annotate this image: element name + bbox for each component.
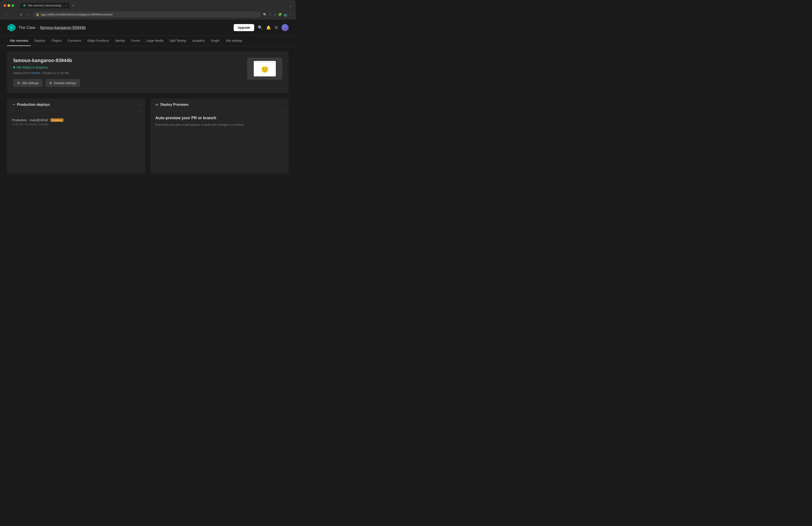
gear-icon: ⚙ bbox=[17, 81, 20, 85]
more-toolbar-button[interactable]: ⋮ bbox=[289, 13, 292, 16]
breadcrumb-separator: › bbox=[37, 25, 39, 30]
auto-preview-content: Auto-preview your PR or branch Every tim… bbox=[150, 111, 289, 132]
production-deploys-title: ⇢ Production deploys bbox=[12, 102, 50, 106]
nav-tabs: Site overview Deploys Plugins Functions … bbox=[0, 36, 296, 46]
netlify-logo-icon[interactable] bbox=[7, 23, 16, 32]
tab-functions[interactable]: Functions bbox=[65, 36, 84, 46]
site-id-heading: famous-kangaroo-93944b bbox=[13, 58, 80, 63]
tab-site-overview[interactable]: Site overview bbox=[7, 36, 31, 46]
tab-large-media[interactable]: Large Media bbox=[144, 36, 166, 46]
settings-icon[interactable]: ⚙ bbox=[275, 25, 278, 30]
tab-deploys[interactable]: Deploys bbox=[31, 36, 48, 46]
bookmark-button[interactable]: ☆ bbox=[26, 12, 31, 17]
deploy-time: 11:06 AM bbox=[12, 123, 23, 126]
tab-overflow-button[interactable]: ⌄ bbox=[289, 3, 292, 8]
domain-settings-label: Domain settings bbox=[54, 81, 76, 85]
tab-title: Site overview | famous-kang… bbox=[28, 4, 64, 7]
url-bar[interactable]: 🔒 app.netlify.com/sites/famous-kangaroo-… bbox=[33, 12, 261, 17]
warning-toolbar-icon: ⚠ bbox=[273, 13, 276, 16]
current-site-name[interactable]: famous-kangaroo-93944b bbox=[40, 25, 86, 30]
logo-area: The Claw › famous-kangaroo-93944b bbox=[7, 23, 86, 32]
tab-identity[interactable]: Identity bbox=[113, 36, 128, 46]
netlify-favicon-icon bbox=[23, 4, 26, 7]
address-bar: ← → ↻ ☆ 🔒 app.netlify.com/sites/famous-k… bbox=[0, 10, 296, 20]
tab-bar: Site overview | famous-kang… × + bbox=[17, 3, 287, 9]
deploy-previews-title: ⇄ Deploy Previews bbox=[155, 102, 188, 106]
deploy-item[interactable]: Production: main@HEAD Building 11:06 AM … bbox=[12, 116, 140, 129]
user-avatar[interactable] bbox=[281, 24, 289, 31]
tab-close-button[interactable]: × bbox=[66, 4, 67, 7]
site-settings-label: Site settings bbox=[22, 81, 39, 85]
domain-icon: ⚙ bbox=[49, 81, 52, 85]
deploy-branch-label: Production: bbox=[12, 118, 28, 122]
svg-marker-0 bbox=[23, 4, 26, 7]
site-card: famous-kangaroo-93944b Site deploy in pr… bbox=[7, 52, 289, 93]
minimize-window-button[interactable] bbox=[8, 4, 10, 7]
github-link[interactable]: GitHub bbox=[31, 71, 40, 75]
browser-tab-active[interactable]: Site overview | famous-kang… × bbox=[20, 3, 70, 9]
deploy-meta-prefix: Deploys from bbox=[13, 71, 30, 75]
auto-preview-title: Auto-preview your PR or branch bbox=[155, 116, 284, 120]
cast-toolbar-icon[interactable]: 📺 bbox=[284, 13, 287, 16]
two-column-layout: ⇢ Production deploys › Production: main@… bbox=[7, 99, 289, 173]
search-toolbar-icon[interactable]: 🔍 bbox=[263, 13, 267, 16]
traffic-lights bbox=[3, 4, 14, 7]
deploy-meta: Deploys from GitHub . Created at 11:06 A… bbox=[13, 71, 80, 75]
production-deploys-content: Production: main@HEAD Building 11:06 AM … bbox=[7, 111, 145, 133]
deploy-created-text: . Created at 11:06 AM. bbox=[41, 71, 69, 75]
site-breadcrumb: The Claw › famous-kangaroo-93944b bbox=[18, 25, 86, 30]
ssl-lock-icon: 🔒 bbox=[36, 13, 39, 16]
browser-toolbar-icons: 🔍 🛡 ⚠ 🧩 📺 ⋮ bbox=[263, 13, 292, 16]
forward-button: → bbox=[11, 12, 17, 17]
deploy-message: No deploy message bbox=[25, 123, 49, 126]
deploy-previews-panel: ⇄ Deploy Previews Auto-preview your PR o… bbox=[150, 99, 289, 173]
app-container: The Claw › famous-kangaroo-93944b Upgrad… bbox=[0, 20, 296, 187]
tab-analytics[interactable]: Analytics bbox=[190, 36, 207, 46]
url-text: app.netlify.com/sites/famous-kangaroo-93… bbox=[41, 13, 113, 16]
production-deploys-arrow[interactable]: › bbox=[139, 103, 140, 106]
deploy-branch-icon: ⇢ bbox=[12, 102, 15, 106]
parent-site-name[interactable]: The Claw bbox=[18, 25, 35, 30]
new-tab-button[interactable]: + bbox=[70, 3, 76, 8]
deploy-preview-icon: ⇄ bbox=[155, 102, 158, 106]
back-button[interactable]: ← bbox=[3, 12, 10, 17]
deploy-status-text: Site deploy in progress bbox=[16, 66, 48, 69]
production-deploys-header: ⇢ Production deploys › bbox=[7, 99, 145, 111]
deploy-ref: main@HEAD bbox=[30, 118, 48, 122]
tab-edge-functions[interactable]: Edge Functions bbox=[85, 36, 112, 46]
auto-preview-desc: Every time you open a pull request, or p… bbox=[155, 123, 284, 127]
domain-settings-button[interactable]: ⚙ Domain settings bbox=[45, 79, 80, 87]
deploy-status: Site deploy in progress bbox=[13, 66, 80, 69]
app-header: The Claw › famous-kangaroo-93944b Upgrad… bbox=[0, 20, 296, 36]
deploy-previews-header: ⇄ Deploy Previews bbox=[150, 99, 289, 111]
tab-split-testing[interactable]: Split Testing bbox=[167, 36, 189, 46]
production-deploys-panel: ⇢ Production deploys › Production: main@… bbox=[7, 99, 145, 173]
production-deploys-label: Production deploys bbox=[17, 103, 50, 106]
tab-forms[interactable]: Forms bbox=[129, 36, 143, 46]
preview-smiley-icon: 🙂 bbox=[261, 66, 269, 73]
deploy-item-arrow[interactable]: › bbox=[139, 118, 140, 122]
deploy-previews-label: Deploy Previews bbox=[160, 103, 188, 106]
extensions-toolbar-icon[interactable]: 🧩 bbox=[278, 13, 282, 16]
shield-toolbar-icon[interactable]: 🛡 bbox=[269, 13, 272, 16]
deploy-item-info: Production: main@HEAD Building 11:06 AM … bbox=[12, 118, 139, 126]
site-settings-button[interactable]: ⚙ Site settings bbox=[13, 79, 43, 87]
tab-plugins[interactable]: Plugins bbox=[49, 36, 64, 46]
tab-graph[interactable]: Graph bbox=[208, 36, 222, 46]
status-indicator bbox=[13, 67, 15, 68]
refresh-button[interactable]: ↻ bbox=[18, 12, 24, 17]
header-actions: Upgrade 🔍 🔔 ⚙ bbox=[234, 24, 289, 31]
nav-buttons: ← → ↻ bbox=[3, 12, 24, 17]
close-window-button[interactable] bbox=[3, 4, 6, 7]
site-preview: 🙂 bbox=[247, 58, 282, 80]
deploy-meta-separator: : bbox=[24, 123, 25, 126]
notifications-icon[interactable]: 🔔 bbox=[266, 25, 271, 30]
maximize-window-button[interactable] bbox=[12, 4, 14, 7]
tab-site-settings[interactable]: Site settings bbox=[223, 36, 245, 46]
deploy-item-title: Production: main@HEAD Building bbox=[12, 118, 139, 122]
site-actions: ⚙ Site settings ⚙ Domain settings bbox=[13, 79, 80, 87]
upgrade-button[interactable]: Upgrade bbox=[234, 24, 254, 31]
deploy-item-meta: 11:06 AM : No deploy message bbox=[12, 123, 139, 126]
site-info: famous-kangaroo-93944b Site deploy in pr… bbox=[13, 58, 80, 87]
search-icon[interactable]: 🔍 bbox=[258, 25, 263, 30]
